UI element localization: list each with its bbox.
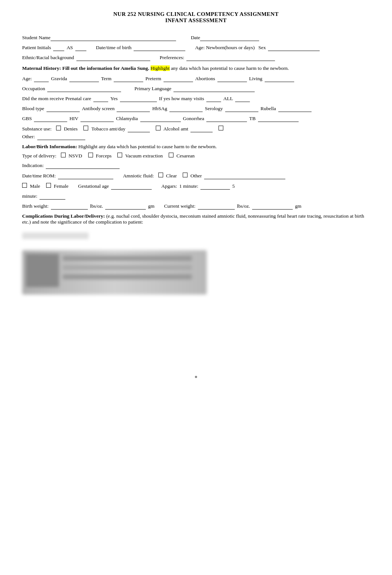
hbsag-label: HbSAg <box>152 106 167 112</box>
rubella-field[interactable] <box>278 106 312 112</box>
gonorrhea-field[interactable] <box>206 116 247 122</box>
patient-initials-row: Patient Initials AS Date/time of birth A… <box>22 45 370 51</box>
maternal-history-highlight: Highlight <box>151 65 170 71</box>
rom-label: Date/time ROM: <box>22 173 56 179</box>
amniotic-clear-label: Clear <box>166 173 177 179</box>
labor-bold-label: Labor/Birth Information: <box>22 144 77 149</box>
age-label: Age: <box>22 76 32 82</box>
alcohol-amt-field[interactable] <box>190 126 213 132</box>
prenatal-blank[interactable] <box>93 96 108 102</box>
current-weight-field[interactable] <box>198 203 235 210</box>
delivery-row: Type of delivery: NSVD Forceps Vacuum ex… <box>22 153 370 159</box>
prenatal-row: Did the mom receive Prenatal care Yes If… <box>22 96 370 102</box>
indication-field[interactable] <box>46 163 120 169</box>
gbs-label: GBS <box>22 116 32 122</box>
abortions-field[interactable] <box>217 76 247 82</box>
delivery-vacuum-label: Vacuum extraction <box>125 153 163 159</box>
substance-other-checkbox[interactable] <box>219 126 223 130</box>
tobacco-amt-field[interactable] <box>128 126 150 132</box>
complications-section: Complications During Labor/Delivery: (e.… <box>22 213 370 225</box>
hiv-field[interactable] <box>80 116 114 122</box>
preterm-field[interactable] <box>164 76 193 82</box>
datetime-label: Date/time of birth <box>96 45 132 51</box>
datetime-field[interactable] <box>134 45 185 51</box>
sex-field[interactable] <box>268 45 320 51</box>
substance-alcohol-checkbox[interactable] <box>156 126 161 130</box>
primary-lang-field[interactable] <box>173 86 255 92</box>
birth-weight-field[interactable] <box>51 203 88 210</box>
hiv-label: HIV <box>69 116 78 122</box>
date-field[interactable] <box>200 35 259 41</box>
delivery-cesarean-checkbox[interactable] <box>169 153 173 157</box>
substance-other-field[interactable] <box>37 134 85 140</box>
age-field[interactable] <box>34 76 49 82</box>
one-min-field[interactable] <box>200 183 230 190</box>
blood-type-field[interactable] <box>47 106 80 112</box>
current-gm-field[interactable] <box>252 203 293 210</box>
sex-female-checkbox[interactable] <box>46 183 51 188</box>
age-sex-label: Sex <box>258 45 266 51</box>
maternal-history-bold: Maternal History: Fill out the informati… <box>22 65 149 71</box>
patient-initials-underscore[interactable] <box>53 45 64 51</box>
patient-initials-underscore2 <box>75 45 86 51</box>
gestational-field[interactable] <box>111 183 152 190</box>
occupation-label: Occupation <box>22 86 45 92</box>
gbs-field[interactable] <box>34 116 67 122</box>
prenatal-text: Did the mom receive Prenatal care <box>22 96 91 102</box>
gonorrhea-label: Gonorrhea <box>183 116 204 122</box>
occupation-field[interactable] <box>47 86 121 92</box>
prefs-field[interactable] <box>186 55 275 61</box>
amniotic-clear-checkbox[interactable] <box>158 173 163 177</box>
substance-row: Substance use: Denies Tobacco amt/day Al… <box>22 126 370 132</box>
amniotic-other-field[interactable] <box>204 173 285 179</box>
amniotic-label: Amniotic fluid: <box>123 173 154 179</box>
maternal-history-note: Maternal History: Fill out the informati… <box>22 65 370 72</box>
current-lbs-label: lbs/oz. <box>237 203 250 209</box>
substance-other-label: Other: <box>22 134 35 140</box>
delivery-forceps-label: Forceps <box>96 153 112 159</box>
chlamydia-field[interactable] <box>140 116 181 122</box>
amniotic-other-checkbox[interactable] <box>183 173 188 177</box>
tb-field[interactable] <box>258 116 299 122</box>
chlamydia-label: Chlamydia <box>116 116 138 122</box>
five-min-value: 5 <box>232 183 235 189</box>
student-name-label: Student Name <box>22 35 51 41</box>
delivery-forceps-checkbox[interactable] <box>88 153 93 157</box>
ethnic-row: Ethnic/Racial background Preferences: <box>22 55 370 61</box>
substance-label: Substance use: <box>22 126 52 132</box>
gravida-field[interactable] <box>69 76 99 82</box>
minute-label: minute: <box>22 193 37 199</box>
hbsag-field[interactable] <box>169 106 203 112</box>
sex-male-checkbox[interactable] <box>22 183 27 188</box>
sex-male-label: Male <box>30 183 40 189</box>
current-gm-label: gm <box>295 203 301 209</box>
prenatal-visits-field[interactable] <box>206 96 221 102</box>
rom-row: Date/time ROM: Amniotic fluid: Clear Oth… <box>22 173 370 179</box>
student-name-field[interactable] <box>51 35 176 41</box>
minute-field[interactable] <box>39 193 65 200</box>
prenatal-all-label: ALL <box>223 96 233 102</box>
substance-tobacco-checkbox[interactable] <box>83 126 88 130</box>
rom-field[interactable] <box>58 173 113 179</box>
apgars-label: Apgars: <box>161 183 177 189</box>
gbs-row: GBS HIV Chlamydia Gonorrhea TB <box>22 116 370 122</box>
gravida-label: Gravida <box>51 76 67 82</box>
antibody-field[interactable] <box>117 106 150 112</box>
birth-weight-row: Birth weight: lbs/oz. gm Current weight:… <box>22 203 370 210</box>
patient-initials-label: Patient Initials <box>22 45 51 51</box>
labor-rest-text: Highlight any data which has potential t… <box>78 144 217 149</box>
prenatal-ifyes-label: If yes how many visits <box>159 96 204 102</box>
serology-field[interactable] <box>225 106 258 112</box>
term-field[interactable] <box>114 76 143 82</box>
abortions-label: Abortions <box>195 76 215 82</box>
ethnic-field[interactable] <box>76 55 150 61</box>
birth-gm-field[interactable] <box>105 203 146 210</box>
delivery-vacuum-checkbox[interactable] <box>117 153 122 157</box>
sex-female-label: Female <box>54 183 69 189</box>
blurred-student-image <box>22 250 207 295</box>
delivery-nsvd-checkbox[interactable] <box>61 153 66 157</box>
living-field[interactable] <box>265 76 294 82</box>
preterm-label: Preterm <box>145 76 161 82</box>
age-gravida-row: Age: Gravida Term Preterm Abortions Livi… <box>22 76 370 82</box>
substance-denies-checkbox[interactable] <box>56 126 61 130</box>
